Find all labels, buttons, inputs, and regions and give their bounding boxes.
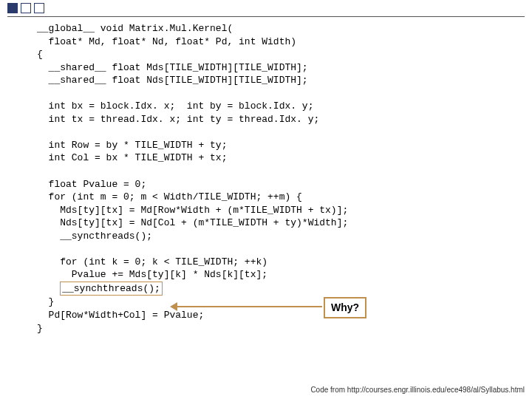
- code-line: Pvalue += Mds[ty][k] * Nds[k][tx];: [37, 269, 267, 280]
- square-icon: [21, 3, 31, 13]
- code-line: int tx = thread.Idx. x; int ty = thread.…: [37, 114, 319, 125]
- decorative-squares: [7, 3, 44, 13]
- code-line: float Pvalue = 0;: [37, 179, 146, 190]
- source-credit: Code from http://courses.engr.illinois.e…: [310, 385, 525, 395]
- code-line: for (int k = 0; k < TILE_WIDTH; ++k): [37, 256, 267, 267]
- code-line: Mds[ty][tx] = Md[Row*Width + (m*TILE_WID…: [37, 205, 348, 216]
- square-icon: [7, 3, 18, 13]
- code-line: int Col = bx * TILE_WIDTH + tx;: [37, 152, 227, 163]
- code-line: }: [37, 323, 43, 334]
- code-line: {: [37, 49, 43, 60]
- code-line: int bx = block.Idx. x; int by = block.Id…: [37, 100, 313, 112]
- code-line: int Row = by * TILE_WIDTH + ty;: [37, 140, 227, 151]
- code-line: __shared__ float Nds[TILE_WIDTH][TILE_WI…: [37, 75, 308, 86]
- highlighted-code: __synchthreads();: [60, 282, 163, 296]
- callout-arrow-head-icon: [170, 302, 177, 311]
- callout-why-box: Why?: [324, 297, 366, 318]
- code-line: float* Md, float* Nd, float* Pd, int Wid…: [37, 36, 296, 47]
- divider: [7, 16, 525, 17]
- code-line: for (int m = 0; m < Width/TILE_WIDTH; ++…: [37, 191, 302, 202]
- code-line-prefix: [37, 283, 60, 294]
- callout-arrow-line: [174, 306, 322, 307]
- code-listing: __global__ void Matrix.Mul.Kernel( float…: [37, 22, 510, 335]
- code-line: __global__ void Matrix.Mul.Kernel(: [37, 23, 233, 34]
- code-line: Pd[Row*Width+Col] = Pvalue;: [37, 310, 204, 321]
- code-line: __shared__ float Mds[TILE_WIDTH][TILE_WI…: [37, 62, 308, 73]
- code-line: }: [37, 296, 54, 307]
- code-line: Nds[ty][tx] = Nd[Col + (m*TILE_WIDTH + t…: [37, 217, 348, 228]
- square-icon: [34, 3, 44, 13]
- code-line: __syncthreads();: [37, 231, 152, 242]
